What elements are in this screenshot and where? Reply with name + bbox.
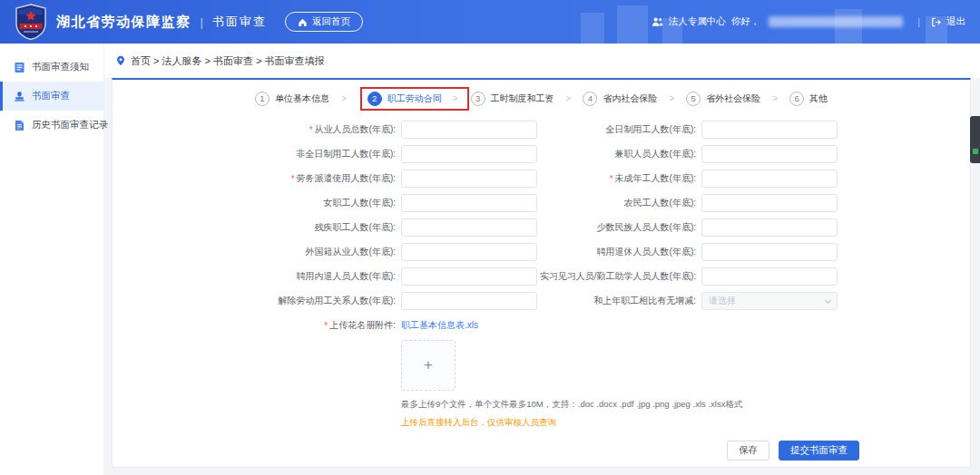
main-content: 首页 > 法人服务 > 书面审查 > 书面审查填报 1 单位基本信息 > 2 职… (104, 44, 980, 475)
upload-row: + (113, 340, 970, 391)
total-employees-input[interactable] (401, 121, 537, 139)
file-upload-dropzone[interactable]: + (401, 340, 456, 391)
form-row: 聘用内退人员人数(年底): 实习见习人员/勤工助学人员人数(年底): (113, 267, 970, 286)
step-number: 1 (255, 92, 270, 106)
app-header: 湖北省劳动保障监察 | 书面审查 返回首页 法人专属中心 你好， | (0, 0, 980, 44)
field-label: 少数民族人员人数(年底): (537, 221, 696, 234)
required-asterisk: * (324, 321, 328, 331)
step-chevron-icon: > (669, 93, 674, 103)
attachment-file-link[interactable]: 职工基本信息表.xls (401, 319, 478, 332)
required-asterisk: * (291, 174, 295, 184)
select-placeholder: 请选择 (709, 295, 736, 307)
plus-icon: + (424, 356, 433, 374)
chevron-down-icon (825, 296, 831, 303)
field-label: 兼职人员人数(年底): (537, 148, 696, 160)
female-workers-input[interactable] (401, 194, 537, 212)
upload-label-row: *上传花名册附件: 职工基本信息表.xls (113, 315, 970, 335)
sidebar-item-written-review[interactable]: 书面审查 (0, 82, 103, 111)
fulltime-employees-input[interactable] (701, 121, 838, 139)
labor-supervision-badge-icon (15, 4, 47, 40)
step-number: 6 (789, 92, 804, 106)
history-doc-icon (14, 120, 25, 131)
step-label: 工时制度和工资 (491, 92, 554, 105)
form-row: 解除劳动用工关系人数(年底): 和上年职工相比有无增减: 请选择 (113, 291, 970, 311)
field-label: *未成年工人数(年底): (537, 172, 696, 185)
upload-warning-text: 上传后直接转入后台，仅供审核人员查询 (401, 417, 970, 429)
sidebar-item-label: 书面审查 (32, 90, 70, 102)
field-label: *从业人员总数(年底): (113, 123, 396, 136)
sidebar-item-review-history[interactable]: 历史书面审查记录 (0, 111, 103, 140)
foreign-employees-input[interactable] (401, 243, 537, 261)
step-chevron-icon: > (566, 93, 572, 103)
red-annotation-box: 2 职工劳动合同 > (360, 87, 469, 111)
form-row: 非全日制用工人数(年底): 兼职人员人数(年底): (113, 144, 970, 164)
back-home-label: 返回首页 (312, 15, 350, 28)
step-chevron-icon: > (341, 93, 347, 103)
step-label: 职工劳动合同 (387, 92, 442, 105)
breadcrumb: 首页 > 法人服务 > 书面审查 > 书面审查填报 (104, 44, 980, 78)
minority-personnel-input[interactable] (701, 218, 838, 237)
minor-workers-input[interactable] (701, 170, 838, 188)
form-actions: 保存 提交书面审查 (113, 441, 970, 460)
user-center-label[interactable]: 法人专属中心 (669, 15, 726, 28)
field-label: 聘用退休人员人数(年底): (537, 246, 696, 258)
sidebar-item-review-notice[interactable]: 书面审查须知 (0, 53, 103, 82)
sidebar-item-label: 书面审查须知 (32, 61, 89, 73)
house-icon (298, 17, 308, 27)
step-3-working-hours-wages[interactable]: 3 工时制度和工资 (471, 92, 554, 106)
logout-icon (931, 17, 941, 27)
step-label: 单位基本信息 (275, 92, 329, 105)
yearly-change-select[interactable]: 请选择 (701, 292, 838, 310)
step-number: 3 (471, 92, 485, 106)
form-card: 1 单位基本信息 > 2 职工劳动合同 > 3 工时制度和工资 > (112, 78, 971, 468)
field-label: *劳务派遣使用人数(年底): (113, 172, 396, 185)
step-5-outside-social-insurance[interactable]: 5 省外社会保险 (686, 92, 760, 106)
migrant-workers-input[interactable] (701, 194, 838, 212)
interns-workstudy-input[interactable] (701, 267, 838, 286)
upload-spacer (113, 340, 401, 391)
notice-doc-icon (14, 62, 25, 73)
form-row: 残疾职工人数(年底): 少数民族人员人数(年底): (113, 218, 970, 238)
parttime-personnel-input[interactable] (701, 145, 838, 163)
sidebar: 书面审查须知 书面审查 历史书面审查记录 (0, 44, 104, 475)
dispatched-labor-input[interactable] (401, 170, 537, 188)
org-title: 湖北省劳动保障监察 (56, 14, 191, 31)
logout-button[interactable]: 退出 (946, 15, 965, 28)
step-wizard: 1 单位基本信息 > 2 职工劳动合同 > 3 工时制度和工资 > (113, 80, 970, 109)
field-label: 非全日制用工人数(年底): (113, 148, 396, 160)
step-label: 省外社会保险 (706, 92, 760, 105)
step-1-unit-basic-info[interactable]: 1 单位基本信息 (255, 92, 329, 106)
field-label: 女职工人数(年底): (113, 197, 396, 209)
app-subtitle: 书面审查 (212, 14, 267, 30)
rehired-retirees-input[interactable] (701, 243, 838, 261)
terminated-relations-input[interactable] (401, 292, 537, 310)
step-6-other[interactable]: 6 其他 (789, 92, 828, 106)
field-label: 实习见习人员/勤工助学人员人数(年底): (537, 270, 696, 283)
back-home-button[interactable]: 返回首页 (285, 12, 363, 32)
form-row: *劳务派遣使用人数(年底): *未成年工人数(年底): (113, 169, 970, 189)
submit-written-review-button[interactable]: 提交书面审查 (779, 441, 859, 460)
field-label: *上传花名册附件: (113, 319, 396, 332)
step-chevron-icon: > (772, 93, 778, 103)
people-icon (652, 16, 663, 27)
field-label: 残疾职工人数(年底): (113, 221, 396, 234)
step-number: 5 (686, 92, 701, 106)
field-label: 和上年职工相比有无增减: (537, 295, 696, 307)
required-asterisk: * (610, 174, 613, 184)
form-row: 女职工人数(年底): 农民工人数(年底): (113, 193, 970, 213)
header-right-separator: | (917, 16, 920, 27)
form-row: 外国籍从业人数(年底): 聘用退休人员人数(年底): (113, 242, 970, 262)
required-asterisk: * (309, 125, 313, 135)
step-2-labor-contract[interactable]: 2 职工劳动合同 (368, 92, 442, 106)
stamp-icon (14, 91, 25, 102)
field-label: 聘用内退人员人数(年底): (113, 270, 396, 283)
early-retirees-hired-input[interactable] (401, 267, 537, 286)
disabled-workers-input[interactable] (401, 218, 537, 237)
employee-contract-form: *从业人员总数(年底): 全日制用工人数(年底): 非全日制用工人数(年底): … (113, 120, 970, 460)
breadcrumb-text: 首页 > 法人服务 > 书面审查 > 书面审查填报 (131, 54, 325, 68)
page: 湖北省劳动保障监察 | 书面审查 返回首页 法人专属中心 你好， | (0, 0, 980, 475)
save-button[interactable]: 保存 (727, 441, 769, 460)
browser-extension-widget[interactable] (970, 116, 980, 163)
parttime-system-employees-input[interactable] (401, 145, 537, 163)
step-4-provincial-social-insurance[interactable]: 4 省内社会保险 (583, 92, 657, 106)
